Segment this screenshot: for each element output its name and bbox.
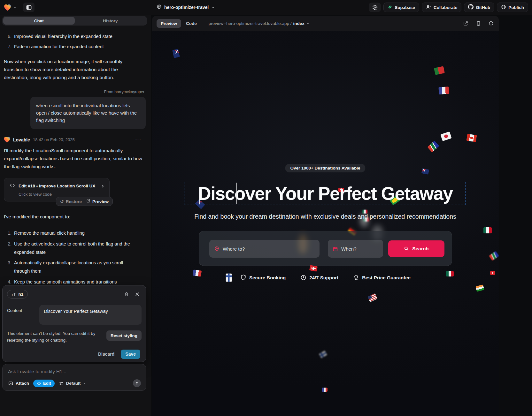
assistant-paragraph: I'll modify the LocationScroll component…: [4, 147, 143, 171]
flag-au-icon: [172, 49, 180, 58]
content-textarea[interactable]: Discover Your Perfect Getaway: [39, 305, 142, 325]
chevron-right-icon: [100, 184, 105, 188]
gear-icon: [372, 4, 378, 11]
tab-chat[interactable]: Chat: [3, 17, 75, 25]
clock-icon: [300, 275, 306, 281]
sliders-icon: [59, 381, 64, 386]
search-card: Where to? When? Search: [199, 231, 452, 266]
users-icon: [426, 4, 431, 11]
flag-fi-icon: [319, 351, 327, 359]
app-root: hero-optimizer-travel Supabase Collabora…: [0, 0, 532, 416]
edit-card[interactable]: Edit #18 • Improve Location Scroll UX Cl…: [4, 178, 110, 201]
tab-preview[interactable]: Preview: [157, 19, 181, 28]
flag-mx-icon: [483, 227, 492, 233]
list-item: 1.Remove the manual click handling: [4, 229, 146, 238]
from-label: From harrymckayroper: [4, 90, 146, 94]
flag-au-icon: [421, 168, 429, 175]
assistant-message-header: Lovable 18:42 on Feb 20, 2025 ···: [4, 137, 146, 143]
restore-icon: ↺: [60, 199, 64, 204]
supabase-button[interactable]: Supabase: [383, 3, 419, 12]
sidebar-icon: [26, 4, 32, 11]
publish-button[interactable]: Publish: [497, 3, 528, 12]
collaborate-button[interactable]: Collaborate: [422, 3, 461, 12]
refresh-button[interactable]: [489, 21, 494, 26]
sidebar-toggle-button[interactable]: [23, 3, 35, 12]
topbar: hero-optimizer-travel Supabase Collabora…: [0, 0, 532, 15]
lovable-logo[interactable]: [4, 4, 11, 11]
github-button[interactable]: GitHub: [464, 3, 494, 12]
flag-za-icon: [489, 251, 499, 261]
tab-history[interactable]: History: [75, 17, 146, 25]
settings-button[interactable]: [369, 3, 381, 12]
calendar-icon: [333, 246, 338, 252]
edit-card-title: Edit #18 • Improve Location Scroll UX: [19, 184, 95, 188]
inspector-note: This element can't be styled. You can ed…: [7, 330, 103, 344]
text-type-icon: TT: [12, 292, 16, 297]
chat-thread: 6.Improved visual hierarchy in the expan…: [0, 27, 151, 285]
feature-row: Secure Booking 24/7 Support Best Price G…: [152, 274, 499, 281]
text-caret: [236, 183, 237, 204]
element-tag: h1: [18, 292, 23, 297]
list-item: 2.Use the activeIndex state to control b…: [4, 240, 146, 257]
assistant-paragraph: I've modified the component to:: [4, 213, 143, 221]
flag-pt-icon: [434, 66, 445, 75]
edit-card-subtitle: Click to view code: [19, 192, 105, 197]
assistant-paragraph: Now when you click on a location image, …: [4, 58, 143, 82]
target-icon: [37, 381, 41, 386]
delete-element-button[interactable]: [124, 291, 129, 297]
feature-guarantee: Best Price Guarantee: [353, 274, 411, 281]
tab-code[interactable]: Code: [182, 19, 201, 28]
assistant-name: Lovable: [13, 137, 30, 142]
close-icon[interactable]: [135, 292, 140, 297]
image-icon: [8, 381, 13, 386]
preview-url[interactable]: preview--hero-optimizer-travel.lovable.a…: [209, 21, 310, 26]
preview-button[interactable]: Preview: [86, 199, 109, 204]
globe-icon: [501, 4, 506, 11]
edit-mode-button[interactable]: Edit: [33, 380, 55, 387]
mobile-view-button[interactable]: [476, 21, 481, 26]
preview-toolbar: Preview Code preview--hero-optimizer-tra…: [152, 16, 499, 31]
chat-composer: Ask Lovable to modify H1... Attach Edit …: [2, 364, 146, 391]
attach-button[interactable]: Attach: [8, 381, 29, 386]
map-pin-icon: [214, 246, 220, 252]
restore-button[interactable]: ↺ Restore: [60, 199, 82, 204]
feature-secure-booking: Secure Booking: [240, 274, 286, 281]
lovable-avatar: [4, 137, 10, 143]
flag-za-icon: [427, 141, 439, 152]
site-viewport: Over 1000+ Destinations Available Discov…: [152, 31, 499, 416]
discard-button[interactable]: Discard: [98, 352, 114, 357]
reset-styling-button[interactable]: Reset styling: [106, 330, 142, 341]
code-icon: [9, 183, 15, 189]
flag-jp-icon: [440, 132, 451, 141]
search-button[interactable]: Search: [388, 240, 444, 257]
numbered-list-tail: 6.Improved visual hierarchy in the expan…: [4, 33, 146, 50]
project-menu[interactable]: hero-optimizer-travel: [157, 0, 215, 15]
list-item: 3.Automatically expand/collapse location…: [4, 259, 146, 276]
open-in-new-tab-button[interactable]: [463, 21, 468, 26]
flag-ca-icon: [466, 134, 477, 142]
chevron-down-icon[interactable]: [13, 6, 17, 9]
shield-icon: [240, 274, 246, 281]
chevron-down-icon: [211, 5, 215, 9]
arrow-up-icon: [135, 381, 139, 385]
element-tag-pill[interactable]: TT h1: [7, 290, 28, 299]
chat-mode-selector[interactable]: Default: [59, 381, 87, 386]
flag-us-icon: [367, 293, 378, 302]
when-input[interactable]: When?: [328, 240, 383, 258]
project-name: hero-optimizer-travel: [164, 5, 209, 10]
url-page: index: [293, 21, 304, 26]
user-message-bubble: when i scroll into the individual locati…: [30, 97, 146, 129]
element-inspector-panel: TT h1 Content Discover Your Perfect Geta…: [2, 285, 146, 362]
external-link-icon: [86, 199, 90, 204]
list-item: 4.Keep the same smooth animations and tr…: [4, 278, 146, 285]
message-menu-button[interactable]: ···: [135, 137, 141, 143]
save-button[interactable]: Save: [121, 350, 140, 359]
send-button[interactable]: [133, 379, 141, 387]
globe-icon: [157, 4, 162, 11]
chat-input[interactable]: Ask Lovable to modify H1...: [8, 369, 141, 374]
search-icon: [404, 246, 409, 251]
flag-fr-icon: [322, 388, 328, 392]
where-input[interactable]: Where to?: [209, 240, 320, 258]
url-host: preview--hero-optimizer-travel.lovable.a…: [209, 21, 292, 26]
hero-subtitle: Find and book your dream destination wit…: [194, 213, 456, 220]
